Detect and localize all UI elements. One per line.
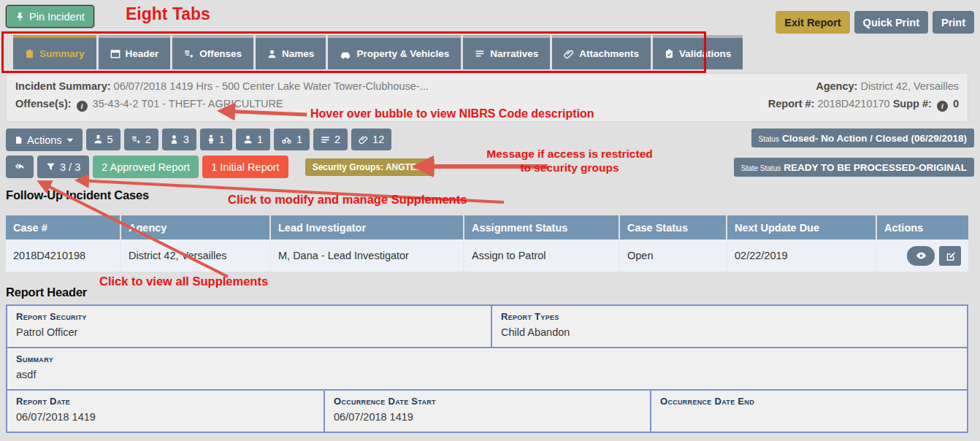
cell-case-status: Open xyxy=(619,239,727,272)
field-label: Occurrence Date Start xyxy=(334,396,641,407)
actions-dropdown-button[interactable]: Actions xyxy=(6,129,83,151)
pin-incident-label: Pin Incident xyxy=(29,11,85,23)
column-header-agency: Agency xyxy=(120,215,270,239)
tab-label: Validations xyxy=(679,48,731,59)
narrative-lines-icon xyxy=(321,135,330,145)
tab-offenses[interactable]: Offenses xyxy=(172,35,253,69)
tab-names[interactable]: Names xyxy=(256,35,326,69)
annotation-eight-tabs: Eight Tabs xyxy=(126,4,210,24)
field-report-types: Report Types Child Abandon xyxy=(492,306,967,347)
column-header-case-number: Case # xyxy=(6,215,120,239)
filter-icon xyxy=(46,162,55,172)
view-case-button[interactable] xyxy=(907,246,935,266)
offense-value: 35-43-4-2 T01 - THEFT- AGRICULTURE xyxy=(93,98,283,110)
actions-label: Actions xyxy=(27,134,62,146)
tab-attachments[interactable]: Attachments xyxy=(552,35,651,69)
pin-incident-button[interactable]: Pin Incident xyxy=(6,5,94,28)
vehicle-count: 1 xyxy=(296,134,302,145)
tab-label: Attachments xyxy=(579,48,639,59)
officer-count-button[interactable]: 5 xyxy=(86,129,120,150)
field-value: asdf xyxy=(16,369,958,380)
tab-label: Offenses xyxy=(199,48,242,59)
victim-count: 1 xyxy=(219,134,225,145)
field-label: Summary xyxy=(16,353,958,364)
attachment-count-button[interactable]: 12 xyxy=(351,129,391,150)
incident-report-page: Pin Incident Eight Tabs Exit Report Quic… xyxy=(0,0,980,441)
exit-report-button[interactable]: Exit Report xyxy=(776,11,849,34)
column-header-assignment-status: Assignment Status xyxy=(464,215,619,239)
tab-validations[interactable]: Validations xyxy=(653,35,743,69)
status-value: Closed- No Action / Closed (06/29/2018) xyxy=(782,133,967,144)
incident-summary-label: Incident Summary: xyxy=(15,80,111,92)
annotation-view-supplements: Click to view all Supplements xyxy=(99,275,268,288)
quick-print-button[interactable]: Quick Print xyxy=(854,11,928,34)
supp-info-icon[interactable]: i xyxy=(937,101,948,112)
field-occurrence-date-start: Occurrence Date Start 06/07/2018 1419 xyxy=(325,391,650,432)
report-header-title: Report Header xyxy=(6,285,87,299)
field-value: Patrol Officer xyxy=(16,326,482,338)
offense-icon xyxy=(131,135,141,145)
report-number-label: Report #: xyxy=(768,98,815,110)
vehicle-count-button[interactable]: 1 xyxy=(274,129,310,150)
approved-report-button[interactable]: 2 Approved Report xyxy=(93,156,199,178)
tab-bar: Summary Header Offenses Names Property &… xyxy=(13,35,743,69)
tab-property-vehicles[interactable]: Property & Vehicles xyxy=(328,35,461,69)
narrative-count-button[interactable]: 2 xyxy=(313,129,348,150)
tab-header[interactable]: Header xyxy=(99,35,171,69)
followup-cases-table: Case # Agency Lead Investigator Assignme… xyxy=(6,215,968,272)
person-count-button[interactable]: 1 xyxy=(236,129,270,150)
offense-count-button[interactable]: 2 xyxy=(124,129,158,150)
attachment-count: 12 xyxy=(372,134,384,145)
print-button[interactable]: Print xyxy=(933,11,974,34)
field-label: Report Date xyxy=(16,396,315,407)
suspect-count-button[interactable]: 3 xyxy=(162,129,196,150)
filter-supplements-button[interactable]: 3 / 3 xyxy=(37,156,89,178)
table-row: 2018D4210198 District 42, Versailles M, … xyxy=(6,239,968,272)
filter-count: 3 / 3 xyxy=(60,161,80,173)
table-header-row: Case # Agency Lead Investigator Assignme… xyxy=(6,215,968,239)
clipboard-icon xyxy=(25,48,34,59)
document-icon xyxy=(15,135,23,145)
edit-case-button[interactable] xyxy=(939,246,961,266)
offenses-label: Offense(s): xyxy=(15,98,72,110)
victim-count-button[interactable]: 1 xyxy=(200,129,232,150)
column-header-next-update-due: Next Update Due xyxy=(727,215,876,239)
suspect-icon xyxy=(169,134,179,145)
column-header-actions: Actions xyxy=(876,215,968,239)
column-header-case-status: Case Status xyxy=(619,215,727,239)
officer-icon xyxy=(93,134,103,145)
agency-label: Agency: xyxy=(816,80,857,92)
field-value: Child Abandon xyxy=(501,326,958,338)
cell-case-number: 2018D4210198 xyxy=(6,239,120,272)
view-supplements-button[interactable] xyxy=(6,156,34,178)
nibrs-info-icon[interactable]: i xyxy=(77,101,88,112)
report-header-fieldset: Report Security Patrol Officer Report Ty… xyxy=(6,304,968,433)
officer-count: 5 xyxy=(107,134,113,145)
tab-summary[interactable]: Summary xyxy=(13,35,96,69)
tab-label: Names xyxy=(282,48,314,59)
supp-number-label: Supp #: xyxy=(893,98,932,110)
field-label: Occurrence Date End xyxy=(660,396,958,407)
field-summary: Summary asdf xyxy=(7,348,967,389)
agency-value: District 42, Versailles xyxy=(860,80,959,92)
followup-cases-title: Follow-Up Incident Cases xyxy=(6,188,149,202)
window-icon xyxy=(110,49,120,59)
report-number-value: 2018D4210170 xyxy=(817,98,889,110)
tab-narratives[interactable]: Narratives xyxy=(463,35,550,69)
tab-label: Header xyxy=(126,48,159,59)
field-label: Report Types xyxy=(501,311,958,322)
eye-icon xyxy=(916,252,927,260)
victim-icon xyxy=(207,134,215,145)
cell-lead-investigator: M, Dana - Lead Investigator xyxy=(270,239,464,272)
incident-summary-value: 06/07/2018 1419 Hrs - 500 Center Lake Wa… xyxy=(114,80,429,92)
column-header-lead-investigator: Lead Investigator xyxy=(270,215,464,239)
field-report-date: Report Date 06/07/2018 1419 xyxy=(7,391,324,432)
narrative-lines-icon xyxy=(475,49,485,58)
offense-count: 2 xyxy=(145,134,151,145)
person-icon xyxy=(243,134,253,145)
initial-report-button[interactable]: 1 Initial Report xyxy=(202,156,288,178)
actions-toolbar: Actions 5 2 3 1 1 1 2 xyxy=(6,129,391,151)
annotation-modify-supplements: Click to modify and manage Supplements xyxy=(228,193,467,207)
field-value: 06/07/2018 1419 xyxy=(334,411,641,423)
tab-label: Narratives xyxy=(490,48,538,59)
